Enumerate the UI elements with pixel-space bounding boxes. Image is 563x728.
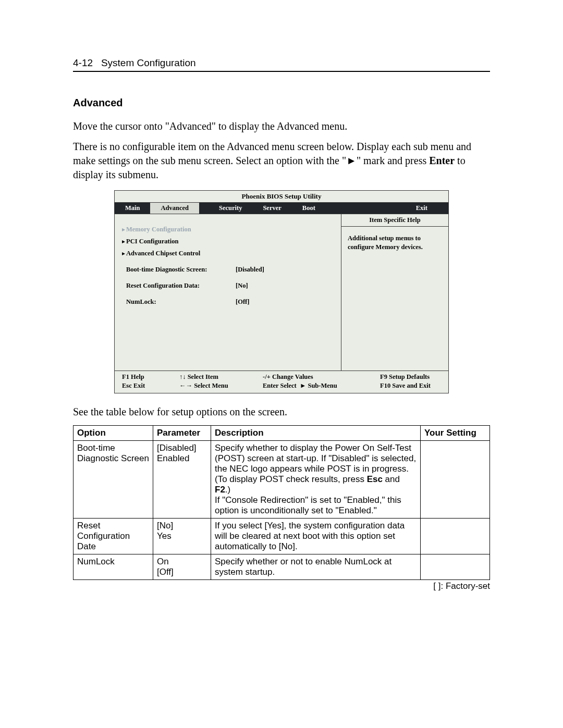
header-option: Option	[74, 426, 153, 441]
page: 4-12 System Configuration Advanced Move …	[0, 0, 563, 623]
f9-setup-defaults: F9 Setup Defaults	[380, 373, 441, 381]
bios-footer: F1 Help Esc Exit ↑↓ Select Item ←→ Selec…	[115, 371, 448, 393]
cell-option: NumLock	[74, 554, 153, 580]
cell-parameter: [No] Yes	[153, 519, 211, 554]
intro-para-1: Move the cursor onto "Advanced" to displ…	[73, 119, 490, 133]
cell-description: Specify whether to display the Power On …	[211, 441, 421, 519]
item-reset-conf[interactable]: Reset Configuration Data: [No]	[122, 282, 334, 290]
bios-title: Phoenix BIOS Setup Utility	[115, 191, 448, 203]
section-title: Advanced	[73, 97, 490, 109]
setup-options-table: Option Parameter Description Your Settin…	[73, 425, 490, 580]
item-adv-chipset[interactable]: ▸ Advanced Chipset Control	[122, 250, 334, 257]
cell-option: Reset Configuration Date	[74, 519, 153, 554]
item-boot-diag[interactable]: Boot-time Diagnostic Screen: [Disabled]	[122, 266, 334, 274]
intro-para-2: There is no configurable item on the Adv…	[73, 140, 490, 182]
tab-exit[interactable]: Exit	[406, 203, 448, 214]
table-body: Boot-time Diagnostic Screen [Disabled] E…	[74, 441, 490, 580]
bios-window: Phoenix BIOS Setup Utility Main Advanced…	[114, 190, 449, 393]
cell-parameter: [Disabled] Enabled	[153, 441, 211, 519]
esc-exit: Esc Exit	[122, 382, 179, 390]
tab-security[interactable]: Security	[209, 203, 252, 214]
footer-col-2: ↑↓ Select Item ←→ Select Menu	[179, 373, 263, 390]
tab-boot[interactable]: Boot	[292, 203, 326, 214]
item-label: Boot-time Diagnostic Screen:	[126, 266, 236, 274]
intro-para-2b: Enter	[429, 155, 455, 166]
table-row: NumLock On [Off] Specify whether or not …	[74, 554, 490, 580]
f1-help: F1 Help	[122, 373, 179, 381]
footer-col-1: F1 Help Esc Exit	[122, 373, 179, 390]
cell-description: Specify whether or not to enable NumLock…	[211, 554, 421, 580]
item-value: [No]	[236, 282, 248, 290]
bios-help-panel: Item Specific Help Additional setup menu…	[341, 214, 448, 371]
item-label: NumLock:	[126, 298, 236, 306]
tab-advanced[interactable]: Advanced	[150, 203, 199, 214]
page-header: 4-12 System Configuration	[73, 57, 490, 72]
cell-setting[interactable]	[421, 441, 490, 519]
change-values: -/+ Change Values	[263, 373, 380, 381]
factory-set-note: [ ]: Factory-set	[73, 581, 490, 591]
cell-description: If you select [Yes], the system configur…	[211, 519, 421, 554]
f10-save-exit: F10 Save and Exit	[380, 382, 441, 390]
arrow-icon: ▸	[122, 238, 126, 245]
item-label: Memory Configuration	[126, 226, 236, 233]
select-menu: ←→ Select Menu	[179, 382, 263, 390]
cell-parameter: On [Off]	[153, 554, 211, 580]
page-number: 4-12	[73, 57, 93, 68]
item-numlock[interactable]: NumLock: [Off]	[122, 298, 334, 306]
item-label: PCI Configuration	[126, 238, 236, 245]
item-memory-config[interactable]: ▸ Memory Configuration	[122, 226, 334, 233]
footer-col-3: -/+ Change Values Enter Select ► Sub-Men…	[263, 373, 380, 390]
cell-setting[interactable]	[421, 519, 490, 554]
header-parameter: Parameter	[153, 426, 211, 441]
arrow-icon: ▸	[122, 226, 126, 233]
tab-server[interactable]: Server	[252, 203, 291, 214]
table-row: Reset Configuration Date [No] Yes If you…	[74, 519, 490, 554]
table-head: Option Parameter Description Your Settin…	[74, 426, 490, 441]
enter-select: Enter Select ► Sub-Menu	[263, 382, 380, 390]
item-value: [Disabled]	[236, 266, 264, 274]
arrow-icon: ▸	[122, 250, 126, 257]
bios-screenshot: Phoenix BIOS Setup Utility Main Advanced…	[73, 190, 490, 393]
after-bios-para: See the table below for setup options on…	[73, 405, 490, 419]
help-text: Additional setup menus to configure Memo…	[341, 227, 448, 252]
item-value: [Off]	[236, 298, 249, 306]
bios-body: ▸ Memory Configuration ▸ PCI Configurati…	[115, 214, 448, 371]
header-your-setting: Your Setting	[421, 426, 490, 441]
cell-option: Boot-time Diagnostic Screen	[74, 441, 153, 519]
item-pci-config[interactable]: ▸ PCI Configuration	[122, 238, 334, 245]
bios-tabs: Main Advanced Security Server Boot Exit	[115, 203, 448, 214]
item-label: Reset Configuration Data:	[126, 282, 236, 290]
item-label: Advanced Chipset Control	[126, 250, 236, 257]
cell-setting[interactable]	[421, 554, 490, 580]
select-item: ↑↓ Select Item	[179, 373, 263, 381]
header-description: Description	[211, 426, 421, 441]
table-row: Boot-time Diagnostic Screen [Disabled] E…	[74, 441, 490, 519]
footer-col-4: F9 Setup Defaults F10 Save and Exit	[380, 373, 441, 390]
tab-main[interactable]: Main	[115, 203, 150, 214]
help-title: Item Specific Help	[341, 214, 448, 227]
table-header-row: Option Parameter Description Your Settin…	[74, 426, 490, 441]
page-title: System Configuration	[101, 57, 196, 68]
intro-para-2a: There is no configurable item on the Adv…	[73, 141, 471, 166]
bios-left-panel: ▸ Memory Configuration ▸ PCI Configurati…	[115, 214, 341, 371]
